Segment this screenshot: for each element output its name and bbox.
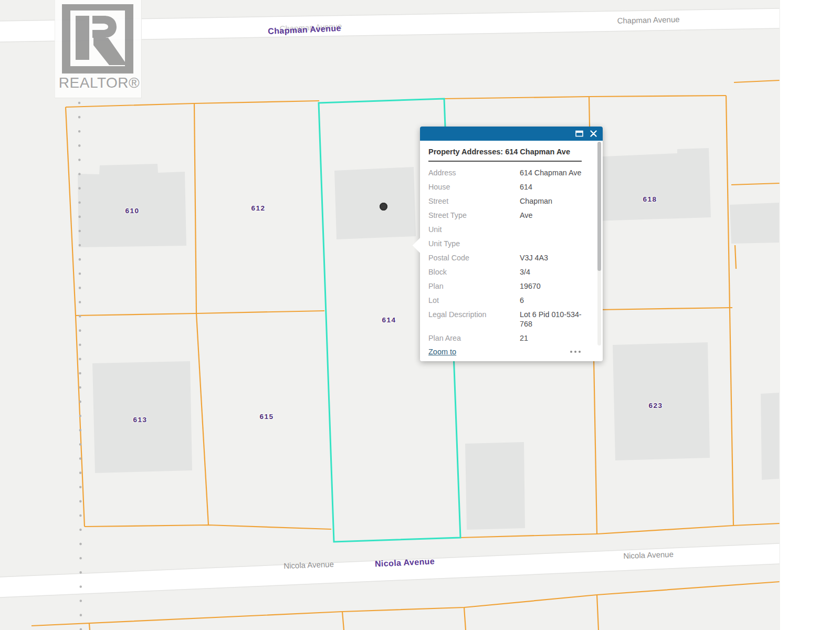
field-row-block: Block 3/4 [428,267,582,277]
popup-title-bar [420,127,603,141]
more-options-button[interactable] [569,349,582,355]
street-label-chapman-secondary: Chapman Avenue [617,15,679,25]
parcel-label-613: 613 [133,416,147,424]
field-label: Unit Type [428,239,520,248]
property-popup: Property Addresses: 614 Chapman Ave Addr… [420,127,603,361]
street-label-nicola-left: Nicola Avenue [284,560,334,570]
field-label: Lot [428,296,520,305]
field-value: Chapman [520,196,582,206]
field-value: V3J 4A3 [520,253,582,262]
parcel-label-615: 615 [259,413,274,421]
field-row-unit: Unit [428,225,582,234]
field-label: Street [428,196,520,206]
field-value [520,239,582,248]
field-row-street-type: Street Type Ave [428,211,582,220]
parcel-label-618: 618 [643,195,657,203]
field-value: Lot 6 Pid 010-534-768 [520,310,582,329]
zoom-to-link[interactable]: Zoom to [428,348,456,356]
field-row-plan-area: Plan Area 21 [428,333,582,343]
field-row-address: Address 614 Chapman Ave [428,168,582,177]
field-row-house: House 614 [428,182,582,192]
parcel-label-614: 614 [382,316,396,324]
field-value: 6 [520,296,582,305]
field-row-street: Street Chapman [428,196,582,206]
field-value: 3/4 [520,267,582,277]
field-row-unit-type: Unit Type [428,239,582,248]
field-label: Plan Area [428,333,520,343]
parcel-label-610: 610 [125,207,139,215]
close-popup-button[interactable] [590,130,597,137]
field-value [520,225,582,234]
field-row-legal-description: Legal Description Lot 6 Pid 010-534-768 [428,310,582,329]
field-value: 21 [520,333,582,343]
popup-body: Property Addresses: 614 Chapman Ave Addr… [420,141,603,361]
parcel-label-612: 612 [251,204,265,212]
field-label: Street Type [428,211,520,220]
field-value: 614 Chapman Ave [520,168,582,177]
popup-footer: Zoom to [428,348,582,356]
field-label: House [428,182,520,192]
popup-scrollbar-thumb[interactable] [597,142,601,271]
map-application: REALTOR® Chapman Avenue Chapman Avenue C… [0,0,840,630]
close-icon [590,130,597,137]
selected-point-marker [380,203,387,211]
dock-window-icon [575,130,583,137]
field-value: 614 [520,182,582,192]
field-row-plan: Plan 19670 [428,281,582,291]
realtor-r-logo-icon [62,4,133,74]
field-label: Postal Code [428,253,520,262]
field-value: 19670 [520,281,582,291]
realtor-watermark: REALTOR® [55,0,142,98]
field-row-postal-code: Postal Code V3J 4A3 [428,253,582,262]
popup-title: Property Addresses: 614 Chapman Ave [428,148,582,162]
parcel-label-623: 623 [648,402,663,410]
field-label: Legal Description [428,310,520,329]
field-label: Plan [428,281,520,291]
field-label: Block [428,267,520,277]
realtor-wordmark: REALTOR® [58,75,140,91]
ellipsis-icon [570,351,572,353]
dock-window-button[interactable] [575,130,583,137]
field-row-lot: Lot 6 [428,296,582,305]
street-label-nicola-right: Nicola Avenue [623,550,674,560]
field-label: Address [428,168,520,177]
field-value: Ave [520,211,582,220]
field-label: Unit [428,225,520,234]
